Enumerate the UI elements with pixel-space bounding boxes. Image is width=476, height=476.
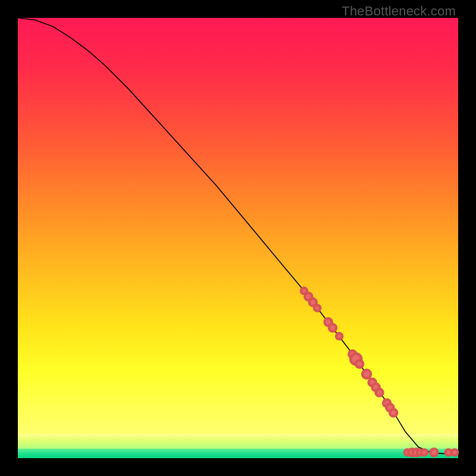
data-point (376, 389, 383, 396)
data-point (329, 324, 336, 331)
watermark-text: TheBottleneck.com (342, 4, 456, 19)
bottleneck-curve (18, 18, 458, 454)
data-point (452, 449, 458, 455)
data-point (362, 370, 371, 378)
data-point (430, 449, 437, 456)
data-point (336, 333, 342, 339)
data-point (421, 449, 427, 455)
chart-svg (18, 18, 458, 458)
data-point (356, 361, 363, 368)
highlight-dots (301, 288, 458, 456)
data-point (390, 409, 397, 416)
data-point (314, 305, 320, 311)
